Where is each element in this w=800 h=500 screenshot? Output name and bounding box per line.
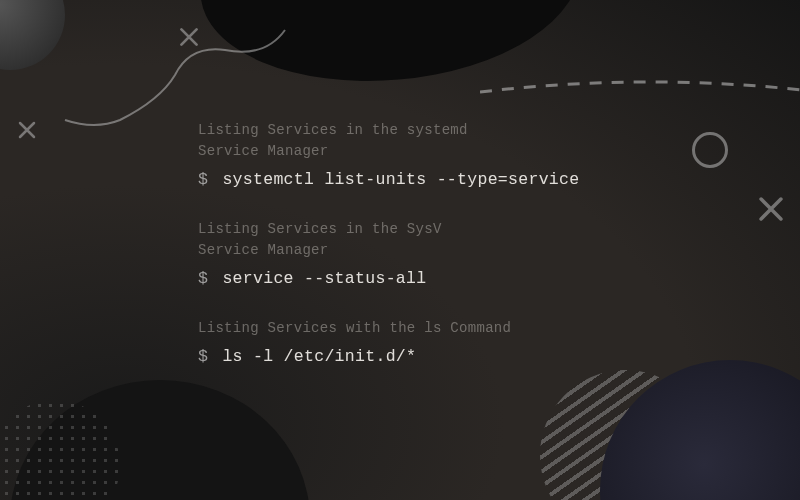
- code-content: Listing Services in the systemd Service …: [0, 0, 800, 366]
- prompt-symbol: $: [198, 170, 208, 189]
- code-section: Listing Services with the ls Command $ l…: [198, 318, 800, 366]
- command-text: systemctl list-units --type=service: [222, 170, 579, 189]
- prompt-symbol: $: [198, 269, 208, 288]
- command-line: $ service --status-all: [198, 269, 800, 288]
- code-section: Listing Services in the SysV Service Man…: [198, 219, 800, 288]
- code-comment: Listing Services in the systemd Service …: [198, 120, 800, 162]
- command-line: $ ls -l /etc/init.d/*: [198, 347, 800, 366]
- prompt-symbol: $: [198, 347, 208, 366]
- command-line: $ systemctl list-units --type=service: [198, 170, 800, 189]
- code-comment: Listing Services in the SysV Service Man…: [198, 219, 800, 261]
- command-text: service --status-all: [222, 269, 426, 288]
- code-comment: Listing Services with the ls Command: [198, 318, 800, 339]
- command-text: ls -l /etc/init.d/*: [222, 347, 416, 366]
- code-section: Listing Services in the systemd Service …: [198, 120, 800, 189]
